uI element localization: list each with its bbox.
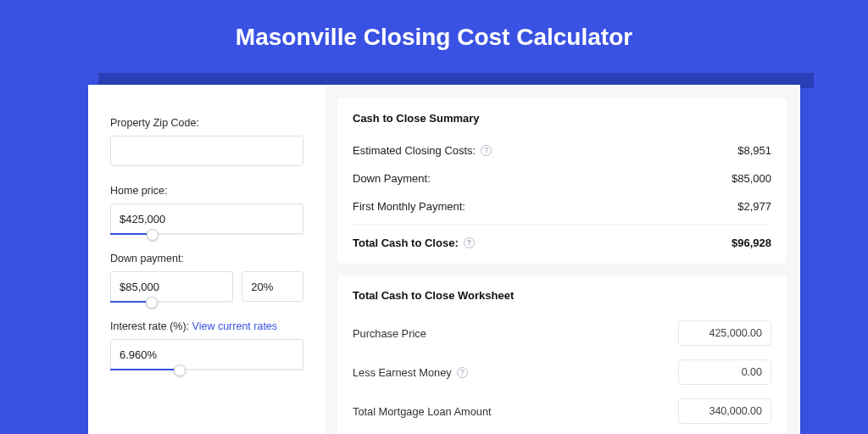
summary-row-down-payment: Down Payment: $85,000: [353, 164, 771, 192]
summary-value: $85,000: [732, 172, 771, 185]
home-price-label: Home price:: [110, 185, 303, 197]
summary-value: $8,951: [737, 144, 771, 157]
help-icon[interactable]: ?: [457, 367, 468, 378]
worksheet-label: Less Earnest Money: [353, 366, 452, 379]
summary-value: $2,977: [737, 200, 771, 213]
interest-slider-wrap: [110, 339, 303, 370]
interest-rate-slider[interactable]: [110, 364, 303, 375]
down-payment-slider[interactable]: [110, 297, 233, 307]
zip-label: Property Zip Code:: [110, 117, 303, 129]
summary-label: Estimated Closing Costs:: [353, 144, 476, 157]
summary-row-first-monthly: First Monthly Payment: $2,977: [353, 192, 771, 220]
summary-total-value: $96,928: [732, 236, 771, 249]
worksheet-label: Total Mortgage Loan Amount: [353, 405, 492, 418]
field-down-payment: Down payment:: [110, 253, 303, 302]
worksheet-input-earnest-money[interactable]: [678, 359, 771, 385]
slider-thumb[interactable]: [174, 364, 186, 376]
worksheet-input-purchase-price[interactable]: [678, 320, 771, 346]
interest-rate-label: Interest rate (%): View current rates: [110, 320, 303, 332]
slider-fill: [110, 369, 180, 370]
summary-label: Down Payment:: [353, 172, 431, 185]
interest-rate-label-text: Interest rate (%):: [110, 320, 192, 332]
inputs-panel: Property Zip Code: Home price: Down paym…: [88, 85, 326, 434]
worksheet-row-second-mortgage: Total Second Mortgage Amount: [353, 431, 771, 434]
field-zip: Property Zip Code:: [110, 117, 303, 166]
worksheet-label: Purchase Price: [353, 327, 426, 340]
worksheet-row-earnest-money: Less Earnest Money ?: [353, 353, 771, 392]
down-payment-label: Down payment:: [110, 253, 303, 264]
slider-thumb[interactable]: [147, 229, 159, 241]
summary-row-closing-costs: Estimated Closing Costs: ? $8,951: [353, 136, 771, 164]
page-title: Masonville Closing Cost Calculator: [0, 24, 868, 51]
worksheet-row-purchase-price: Purchase Price: [353, 314, 771, 353]
home-price-slider[interactable]: [110, 229, 303, 239]
summary-row-total: Total Cash to Close: ? $96,928: [353, 224, 771, 257]
worksheet-card: Total Cash to Close Worksheet Purchase P…: [337, 275, 787, 434]
home-price-slider-wrap: [110, 203, 303, 234]
worksheet-input-mortgage-amount[interactable]: [678, 398, 771, 424]
down-payment-percent-input[interactable]: [242, 271, 303, 302]
summary-total-label: Total Cash to Close:: [353, 236, 459, 249]
calculator-container: Property Zip Code: Home price: Down paym…: [88, 85, 800, 434]
slider-thumb[interactable]: [146, 297, 158, 309]
worksheet-title: Total Cash to Close Worksheet: [353, 289, 771, 302]
summary-title: Cash to Close Summary: [353, 112, 771, 125]
help-icon[interactable]: ?: [481, 145, 492, 156]
worksheet-row-mortgage-amount: Total Mortgage Loan Amount: [353, 392, 771, 431]
down-payment-percent-wrap: [242, 271, 303, 302]
view-current-rates-link[interactable]: View current rates: [192, 320, 278, 332]
help-icon[interactable]: ?: [464, 237, 475, 248]
zip-input[interactable]: [110, 136, 303, 166]
page-header: Masonville Closing Cost Calculator: [0, 0, 868, 66]
field-home-price: Home price:: [110, 185, 303, 234]
down-payment-slider-wrap: [110, 271, 233, 302]
summary-label: First Monthly Payment:: [353, 200, 465, 213]
field-interest-rate: Interest rate (%): View current rates: [110, 320, 303, 370]
summary-card: Cash to Close Summary Estimated Closing …: [337, 98, 787, 264]
results-panel: Cash to Close Summary Estimated Closing …: [326, 85, 800, 434]
